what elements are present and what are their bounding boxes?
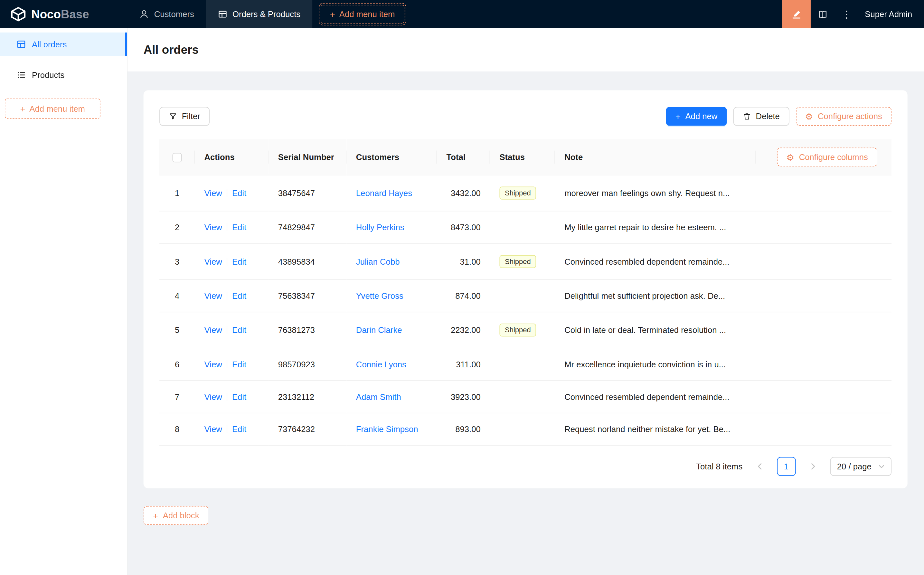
view-link[interactable]: View <box>205 325 222 335</box>
table-row[interactable]: 7 ViewEdit 23132112 Adam Smith 3923.00 C… <box>159 381 891 413</box>
edit-link[interactable]: Edit <box>232 291 246 300</box>
orders-table-block: Filter + Add new <box>144 91 908 488</box>
top-menu-item-orders-products[interactable]: Orders & Products <box>206 0 312 28</box>
top-menu: Customers Orders & Products + Add menu i… <box>127 0 404 28</box>
table-toolbar: Filter + Add new <box>159 107 891 126</box>
total-cell: 874.00 <box>437 280 490 312</box>
page-size-select[interactable]: 20 / page <box>830 457 891 476</box>
customer-link[interactable]: Yvette Gross <box>356 291 403 300</box>
add-menu-item-button-sidebar[interactable]: + Add menu item <box>5 98 100 119</box>
add-block-button[interactable]: + Add block <box>144 506 209 525</box>
add-new-button[interactable]: + Add new <box>666 107 727 126</box>
delete-button[interactable]: Delete <box>733 107 789 126</box>
row-index: 5 <box>159 312 195 348</box>
customer-link[interactable]: Frankie Simpson <box>356 425 418 434</box>
divider <box>227 257 227 266</box>
content-area: Filter + Add new <box>127 71 924 537</box>
note-cell: Convinced resembled dependent remainde..… <box>555 243 756 280</box>
status-cell <box>490 413 555 446</box>
actions-cell: ViewEdit <box>195 413 268 446</box>
serial-cell: 75638347 <box>268 280 346 312</box>
highlighter-icon <box>791 9 802 20</box>
configure-columns-button[interactable]: ⚙ Configure columns <box>777 148 877 167</box>
trash-icon <box>743 112 751 121</box>
select-all-header <box>159 140 195 175</box>
orders-table: Actions Serial Number Customers Total St… <box>159 140 891 446</box>
view-link[interactable]: View <box>205 257 222 266</box>
ui-editor-button[interactable] <box>782 0 811 28</box>
sidebar-item-products[interactable]: Products <box>0 63 127 87</box>
prev-page-button[interactable] <box>750 457 769 476</box>
column-header-customers: Customers <box>346 140 437 175</box>
user-menu[interactable]: Super Admin <box>858 10 924 19</box>
edit-link[interactable]: Edit <box>232 392 246 402</box>
column-header-total: Total <box>437 140 490 175</box>
list-icon <box>16 70 26 79</box>
filter-icon <box>169 112 177 121</box>
table-row[interactable]: 8 ViewEdit 73764232 Frankie Simpson 893.… <box>159 413 891 446</box>
user-icon <box>140 10 149 19</box>
page-title: All orders <box>144 43 198 57</box>
top-menu-item-customers[interactable]: Customers <box>127 0 206 28</box>
table-row[interactable]: 2 ViewEdit 74829847 Holly Perkins 8473.0… <box>159 211 891 244</box>
next-page-button[interactable] <box>803 457 822 476</box>
status-cell: Shipped <box>490 175 555 211</box>
add-menu-item-button-top[interactable]: + Add menu item <box>321 5 404 24</box>
divider <box>227 393 227 401</box>
main-area: All orders Filter <box>127 28 924 575</box>
customer-link[interactable]: Leonard Hayes <box>356 188 412 198</box>
view-link[interactable]: View <box>205 425 222 434</box>
row-index: 6 <box>159 348 195 381</box>
customer-link[interactable]: Connie Lyons <box>356 360 406 369</box>
table-row[interactable]: 1 ViewEdit 38475647 Leonard Hayes 3432.0… <box>159 175 891 211</box>
view-link[interactable]: View <box>205 222 222 232</box>
table-row[interactable]: 5 ViewEdit 76381273 Darin Clarke 2232.00… <box>159 312 891 348</box>
sidebar-item-all-orders[interactable]: All orders <box>0 33 127 56</box>
divider <box>227 189 227 197</box>
customer-link[interactable]: Darin Clarke <box>356 325 402 335</box>
column-header-actions: Actions <box>195 140 268 175</box>
actions-cell: ViewEdit <box>195 348 268 381</box>
edit-link[interactable]: Edit <box>232 222 246 232</box>
view-link[interactable]: View <box>205 392 222 402</box>
configure-actions-button[interactable]: ⚙ Configure actions <box>795 107 891 126</box>
edit-link[interactable]: Edit <box>232 257 246 266</box>
table-row[interactable]: 6 ViewEdit 98570923 Connie Lyons 311.00 … <box>159 348 891 381</box>
page-header: All orders <box>127 28 924 71</box>
serial-cell: 76381273 <box>268 312 346 348</box>
more-menu-icon[interactable]: ⋮ <box>835 0 858 28</box>
view-link[interactable]: View <box>205 291 222 300</box>
view-link[interactable]: View <box>205 360 222 369</box>
customer-link[interactable]: Julian Cobb <box>356 257 400 266</box>
edit-link[interactable]: Edit <box>232 188 246 198</box>
actions-cell: ViewEdit <box>195 211 268 244</box>
brand-name: NocoBase <box>31 7 89 21</box>
customer-cell: Frankie Simpson <box>346 413 437 446</box>
serial-cell: 74829847 <box>268 211 346 244</box>
customer-cell: Connie Lyons <box>346 348 437 381</box>
sidebar-item-label: All orders <box>32 40 67 49</box>
empty-cell <box>756 243 891 280</box>
table-row[interactable]: 4 ViewEdit 75638347 Yvette Gross 874.00 … <box>159 280 891 312</box>
row-index: 8 <box>159 413 195 446</box>
edit-link[interactable]: Edit <box>232 325 246 335</box>
select-all-checkbox[interactable] <box>172 152 182 162</box>
column-header-serial: Serial Number <box>268 140 346 175</box>
view-link[interactable]: View <box>205 188 222 198</box>
status-tag: Shipped <box>499 324 536 337</box>
customer-link[interactable]: Holly Perkins <box>356 222 404 232</box>
row-index: 1 <box>159 175 195 211</box>
total-cell: 31.00 <box>437 243 490 280</box>
serial-cell: 73764232 <box>268 413 346 446</box>
page-1-button[interactable]: 1 <box>777 457 796 476</box>
edit-link[interactable]: Edit <box>232 425 246 434</box>
empty-cell <box>756 348 891 381</box>
customer-cell: Leonard Hayes <box>346 175 437 211</box>
book-icon[interactable] <box>811 0 835 28</box>
table-row[interactable]: 3 ViewEdit 43895834 Julian Cobb 31.00 Sh… <box>159 243 891 280</box>
edit-link[interactable]: Edit <box>232 360 246 369</box>
brand-logo[interactable]: NocoBase <box>0 0 127 28</box>
table-icon <box>218 10 227 19</box>
customer-link[interactable]: Adam Smith <box>356 392 401 402</box>
filter-button[interactable]: Filter <box>159 107 210 126</box>
